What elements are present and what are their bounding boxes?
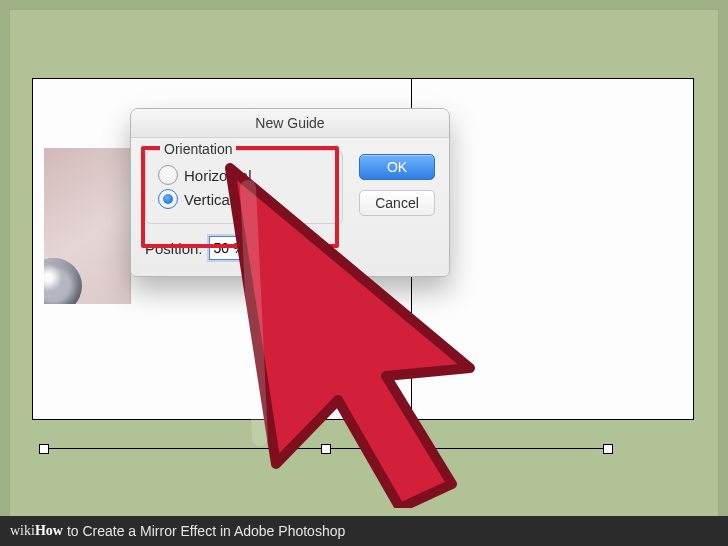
stage: New Guide Orientation Horizontal xyxy=(10,10,718,516)
diamond-graphic xyxy=(44,258,82,304)
position-label: Position: xyxy=(145,240,203,257)
position-row: Position: xyxy=(145,236,343,260)
radio-label: Vertical xyxy=(184,191,233,208)
orientation-group: Orientation Horizontal Vertical xyxy=(145,150,343,224)
brand-suffix: How xyxy=(35,523,63,539)
dialog-buttons: OK Cancel xyxy=(359,150,435,260)
position-input[interactable] xyxy=(209,236,271,260)
cancel-button[interactable]: Cancel xyxy=(359,190,435,216)
radio-icon xyxy=(158,165,178,185)
transform-handle[interactable] xyxy=(603,444,613,454)
transform-handle[interactable] xyxy=(39,444,49,454)
brand-prefix: wiki xyxy=(10,523,35,539)
transform-handle[interactable] xyxy=(321,444,331,454)
radio-icon xyxy=(158,189,178,209)
article-title: to Create a Mirror Effect in Adobe Photo… xyxy=(67,523,345,539)
workarea: New Guide Orientation Horizontal xyxy=(20,28,708,493)
dialog-left-column: Orientation Horizontal Vertical xyxy=(145,150,343,260)
footer-bar: wikiHow to Create a Mirror Effect in Ado… xyxy=(0,516,728,546)
orientation-legend: Orientation xyxy=(160,141,236,157)
radio-label: Horizontal xyxy=(184,167,252,184)
orientation-vertical-option[interactable]: Vertical xyxy=(158,189,332,209)
new-guide-dialog: New Guide Orientation Horizontal xyxy=(130,108,450,277)
dialog-title: New Guide xyxy=(131,109,449,138)
image-fragment xyxy=(44,148,131,304)
transform-bbox xyxy=(44,448,608,455)
orientation-horizontal-option[interactable]: Horizontal xyxy=(158,165,332,185)
ok-button[interactable]: OK xyxy=(359,154,435,180)
dialog-body: Orientation Horizontal Vertical xyxy=(131,138,449,276)
